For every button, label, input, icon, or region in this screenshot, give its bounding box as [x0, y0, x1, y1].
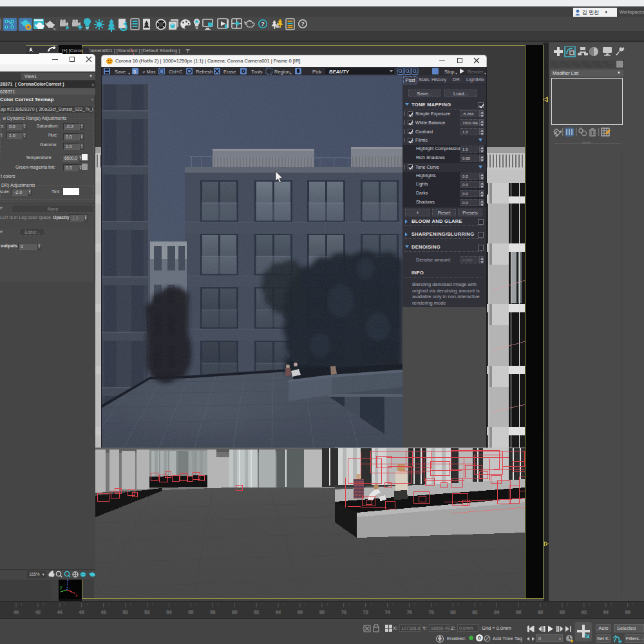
svg-text:58: 58 [210, 610, 215, 614]
svg-text:66: 66 [298, 610, 303, 614]
svg-text:x: x [75, 593, 78, 598]
svg-text:?: ? [301, 21, 305, 27]
svg-text:86: 86 [516, 610, 521, 614]
svg-text:Ctrl+C: Ctrl+C [169, 69, 183, 75]
svg-text:62: 62 [254, 610, 259, 614]
svg-text:?: ? [261, 21, 265, 27]
svg-text:84: 84 [494, 610, 499, 614]
svg-text:> Max: > Max [142, 69, 156, 75]
svg-text:42: 42 [35, 610, 41, 614]
svg-text:76: 76 [407, 610, 412, 614]
svg-text:74: 74 [385, 610, 390, 614]
svg-text:BEAUTY: BEAUTY [329, 69, 350, 75]
svg-text:50: 50 [123, 610, 128, 614]
svg-text:Save: Save [115, 69, 126, 75]
svg-text:82: 82 [472, 610, 477, 614]
svg-text:46: 46 [79, 610, 84, 614]
svg-text:64: 64 [276, 610, 281, 614]
svg-text:Refresh: Refresh [196, 69, 213, 75]
svg-text:96: 96 [625, 610, 630, 614]
svg-text:54: 54 [167, 610, 172, 614]
svg-text:40: 40 [14, 610, 19, 614]
svg-text:70: 70 [341, 610, 346, 614]
svg-text:Tools: Tools [251, 69, 263, 75]
svg-text:44: 44 [57, 610, 62, 614]
svg-text:80: 80 [451, 610, 456, 614]
svg-text:52: 52 [145, 610, 150, 614]
svg-text:92: 92 [582, 610, 587, 614]
svg-text:56: 56 [188, 610, 193, 614]
svg-text:94: 94 [603, 610, 609, 614]
svg-text:y: y [60, 585, 62, 590]
svg-text:78: 78 [429, 610, 434, 614]
svg-text:Stop: Stop [444, 69, 454, 75]
svg-text:88: 88 [538, 610, 543, 614]
svg-text:48: 48 [101, 610, 106, 614]
svg-text:Erase: Erase [223, 69, 236, 75]
svg-text:3: 3 [133, 70, 136, 74]
svg-text:Region: Region [274, 69, 290, 75]
svg-text:[+] [Corona Camera001 ] [Stand: [+] [Corona Camera001 ] [Standard ] [Def… [62, 48, 180, 53]
svg-text:90: 90 [560, 610, 565, 614]
svg-text:Render: Render [468, 69, 484, 75]
svg-text:72: 72 [363, 610, 368, 614]
svg-text:60: 60 [232, 610, 237, 614]
svg-text:Pick: Pick [312, 69, 321, 75]
svg-text:68: 68 [319, 610, 325, 614]
